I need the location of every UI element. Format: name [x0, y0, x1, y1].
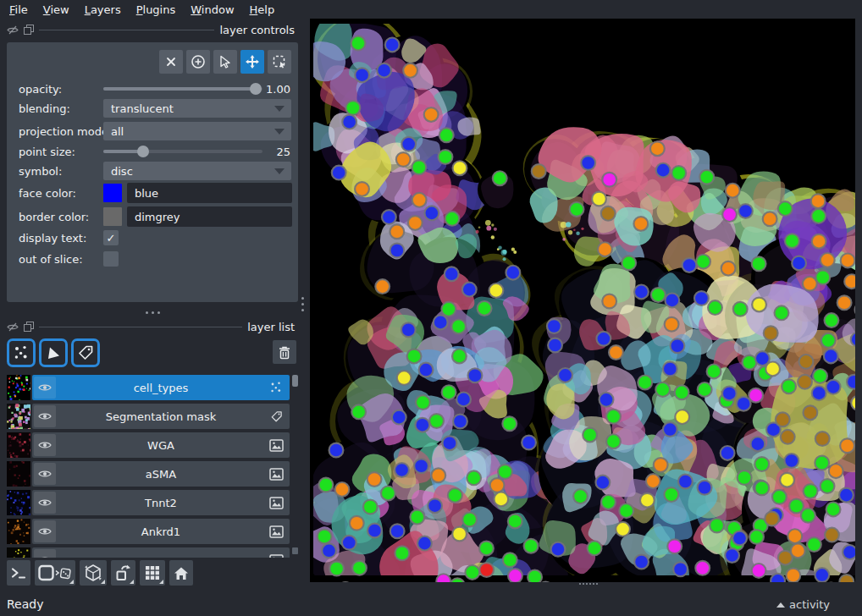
face-color-field[interactable]: blue: [127, 183, 292, 203]
projection-mode-label: projection mode:: [19, 125, 112, 138]
canvas-splitter-handle[interactable]: [579, 583, 598, 585]
layer-thumbnail: [7, 375, 30, 400]
float-dock-icon[interactable]: [24, 25, 34, 35]
reset-view-home-button[interactable]: [169, 560, 193, 586]
layer-thumbnail: [7, 547, 30, 558]
transform-button[interactable]: [268, 50, 291, 74]
display-text-label: display text:: [19, 232, 86, 245]
eye-icon: [38, 382, 52, 393]
menu-bar: FileViewLayersPluginsWindowHelp: [0, 0, 862, 19]
layer-thumbnail: [7, 461, 30, 487]
layer-row-partial[interactable]: [7, 547, 291, 558]
transpose-dimensions-button[interactable]: [111, 560, 135, 586]
display-text-checkbox[interactable]: [103, 230, 119, 245]
activity-label: activity: [789, 598, 830, 611]
left-dock: layer controls opa: [0, 19, 310, 592]
border-color-field[interactable]: dimgrey: [127, 206, 292, 227]
layer-row-Ankrd1[interactable]: Ankrd1: [7, 519, 291, 544]
layer-thumbnail: [7, 432, 30, 458]
point-size-slider[interactable]: [103, 146, 262, 157]
points-icon: [13, 344, 30, 361]
grid-view-button[interactable]: [140, 560, 165, 586]
eye-icon: [38, 498, 52, 508]
dock-splitter-handle[interactable]: [146, 311, 160, 314]
layer-visibility-button[interactable]: [34, 434, 56, 456]
dock-resize-handle[interactable]: [301, 297, 304, 311]
layer-row-Segmentation mask[interactable]: Segmentation mask: [7, 404, 291, 429]
viewer-canvas[interactable]: [310, 19, 855, 582]
opacity-label: opacity:: [19, 83, 62, 96]
face-color-value: blue: [135, 187, 158, 200]
layer-list-scrollbar-button[interactable]: [292, 547, 298, 554]
divider: [39, 30, 214, 30]
out-of-slice-checkbox[interactable]: [103, 251, 119, 267]
blending-select[interactable]: translucent: [103, 99, 291, 118]
hide-dock-icon[interactable]: [7, 322, 19, 332]
transform-box-icon: [272, 54, 287, 69]
add-points-button[interactable]: [186, 50, 210, 74]
float-dock-icon[interactable]: [24, 322, 34, 332]
projection-mode-select[interactable]: all: [103, 122, 291, 140]
activity-button[interactable]: activity: [776, 598, 830, 611]
blending-value: translucent: [111, 102, 174, 115]
symbol-select[interactable]: disc: [103, 162, 291, 180]
delete-layer-button[interactable]: [273, 340, 296, 364]
transpose-arrow-icon: [114, 564, 133, 582]
home-icon: [174, 566, 189, 580]
new-points-layer-button[interactable]: [7, 338, 36, 367]
eye-icon: [38, 411, 52, 421]
opacity-slider[interactable]: [103, 83, 262, 95]
pan-zoom-button[interactable]: [240, 50, 264, 74]
layer-row-Tnnt2[interactable]: Tnnt2: [7, 490, 291, 515]
layer-row-aSMA[interactable]: aSMA: [7, 461, 291, 487]
layer-visibility-button[interactable]: [34, 492, 56, 514]
new-labels-layer-button[interactable]: [71, 338, 100, 367]
eye-icon: [38, 555, 52, 558]
layer-controls-title: layer controls: [219, 24, 295, 36]
face-color-label: face color:: [19, 187, 76, 200]
status-text: Ready: [7, 597, 43, 611]
cursor-arrow-icon: [218, 55, 232, 69]
layer-controls-panel: opacity: 1.00 blending: translucent proj…: [7, 42, 298, 302]
move-arrows-icon: [245, 54, 260, 69]
roll-dimensions-button[interactable]: [80, 560, 107, 586]
layer-thumbnail: [7, 404, 30, 429]
opacity-slider-handle[interactable]: [250, 83, 262, 95]
point-size-slider-handle[interactable]: [137, 146, 149, 157]
layer-visibility-button[interactable]: [34, 377, 56, 399]
menu-item-file[interactable]: File: [2, 2, 36, 18]
out-of-slice-label: out of slice:: [19, 253, 83, 266]
layer-list-header: layer list: [7, 320, 295, 333]
eye-icon: [38, 526, 52, 536]
toggle-ndisplay-button[interactable]: [35, 560, 75, 586]
layer-visibility-button[interactable]: [34, 549, 56, 558]
layer-row-cell_types[interactable]: cell_types: [7, 375, 291, 400]
layer-name: WGA: [32, 432, 290, 458]
new-shapes-layer-button[interactable]: [39, 338, 68, 367]
hide-dock-icon[interactable]: [7, 25, 19, 35]
face-color-swatch[interactable]: [103, 184, 122, 202]
menu-item-help[interactable]: Help: [242, 2, 283, 18]
menu-item-layers[interactable]: Layers: [77, 2, 129, 18]
menu-item-plugins[interactable]: Plugins: [129, 2, 184, 18]
layer-name: [32, 547, 290, 558]
border-color-swatch[interactable]: [103, 207, 122, 226]
point-size-label: point size:: [19, 146, 75, 158]
shapes-icon: [45, 344, 62, 361]
layer-visibility-button[interactable]: [34, 405, 56, 427]
delete-selected-points-button[interactable]: [159, 50, 183, 74]
layer-name: Segmentation mask: [32, 404, 290, 429]
layer-thumbnail: [7, 519, 30, 544]
select-points-button[interactable]: [213, 50, 237, 74]
menu-item-window[interactable]: Window: [183, 2, 241, 18]
menu-item-view[interactable]: View: [36, 2, 77, 18]
opacity-value: 1.00: [266, 83, 290, 96]
console-button[interactable]: [7, 560, 30, 586]
layer-row-WGA[interactable]: WGA: [7, 432, 291, 458]
layer-visibility-button[interactable]: [34, 520, 56, 542]
point-size-value: 25: [276, 146, 290, 158]
points-type-icon: [269, 381, 283, 394]
layer-visibility-button[interactable]: [34, 463, 56, 485]
console-icon: [11, 567, 26, 579]
layer-list-scrollbar-thumb[interactable]: [292, 375, 298, 387]
